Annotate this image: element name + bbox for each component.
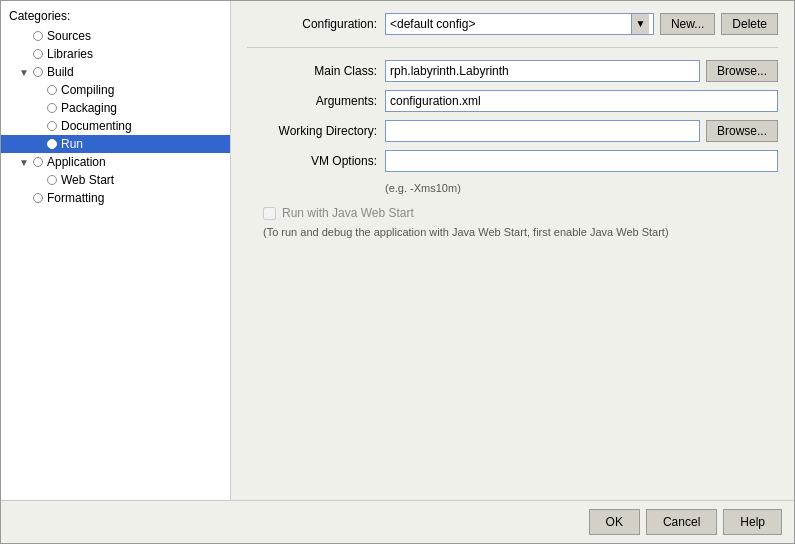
sidebar: Categories: Sources Libraries ▼ Build <box>1 1 231 500</box>
config-dropdown: <default config> ▼ <box>385 13 654 35</box>
working-directory-input[interactable] <box>385 120 700 142</box>
circle-build <box>33 67 43 77</box>
config-select-value: <default config> <box>390 17 475 31</box>
browse-working-dir-button[interactable]: Browse... <box>706 120 778 142</box>
expander-formatting <box>19 193 33 204</box>
main-class-input[interactable] <box>385 60 700 82</box>
delete-button[interactable]: Delete <box>721 13 778 35</box>
sidebar-item-application[interactable]: ▼ Application <box>1 153 230 171</box>
main-class-row: Main Class: Browse... <box>247 60 778 82</box>
categories-header: Categories: <box>1 5 230 27</box>
sidebar-item-packaging[interactable]: Packaging <box>1 99 230 117</box>
expander-application: ▼ <box>19 157 33 168</box>
expander-build: ▼ <box>19 67 33 78</box>
working-directory-label: Working Directory: <box>247 124 377 138</box>
circle-documenting <box>47 121 57 131</box>
dialog-footer: OK Cancel Help <box>1 500 794 543</box>
circle-libraries <box>33 49 43 59</box>
main-class-label: Main Class: <box>247 64 377 78</box>
sidebar-label-packaging: Packaging <box>61 101 117 115</box>
sidebar-item-documenting[interactable]: Documenting <box>1 117 230 135</box>
ok-button[interactable]: OK <box>589 509 640 535</box>
vm-options-input[interactable] <box>385 150 778 172</box>
circle-compiling <box>47 85 57 95</box>
expander-compiling <box>33 85 47 96</box>
circle-formatting <box>33 193 43 203</box>
expander-libraries <box>19 49 33 60</box>
main-panel: Configuration: <default config> ▼ New...… <box>231 1 794 500</box>
sidebar-label-application: Application <box>47 155 106 169</box>
sidebar-label-run: Run <box>61 137 83 151</box>
circle-run <box>47 139 57 149</box>
vm-options-label: VM Options: <box>247 154 377 168</box>
config-label: Configuration: <box>247 17 377 31</box>
new-button[interactable]: New... <box>660 13 715 35</box>
sidebar-item-libraries[interactable]: Libraries <box>1 45 230 63</box>
sidebar-label-formatting: Formatting <box>47 191 104 205</box>
java-webstart-checkbox[interactable] <box>263 207 276 220</box>
sidebar-label-compiling: Compiling <box>61 83 114 97</box>
circle-application <box>33 157 43 167</box>
java-webstart-checkbox-row: Run with Java Web Start <box>247 206 778 220</box>
circle-packaging <box>47 103 57 113</box>
sidebar-item-run[interactable]: Run <box>1 135 230 153</box>
project-properties-dialog: Categories: Sources Libraries ▼ Build <box>0 0 795 544</box>
sidebar-label-documenting: Documenting <box>61 119 132 133</box>
expander-webstart <box>33 175 47 186</box>
configuration-row: Configuration: <default config> ▼ New...… <box>247 13 778 48</box>
sidebar-label-sources: Sources <box>47 29 91 43</box>
config-select-arrow-icon[interactable]: ▼ <box>631 14 649 34</box>
arguments-row: Arguments: <box>247 90 778 112</box>
circle-sources <box>33 31 43 41</box>
webstart-note: (To run and debug the application with J… <box>263 226 778 238</box>
help-button[interactable]: Help <box>723 509 782 535</box>
sidebar-item-formatting[interactable]: Formatting <box>1 189 230 207</box>
circle-webstart <box>47 175 57 185</box>
cancel-button[interactable]: Cancel <box>646 509 717 535</box>
expander-packaging <box>33 103 47 114</box>
sidebar-item-sources[interactable]: Sources <box>1 27 230 45</box>
dialog-content: Categories: Sources Libraries ▼ Build <box>1 1 794 500</box>
config-select-field[interactable]: <default config> ▼ <box>385 13 654 35</box>
expander-run <box>33 139 47 150</box>
browse-main-class-button[interactable]: Browse... <box>706 60 778 82</box>
sidebar-item-build[interactable]: ▼ Build <box>1 63 230 81</box>
vm-hint: (e.g. -Xms10m) <box>385 182 778 194</box>
sidebar-label-build: Build <box>47 65 74 79</box>
sidebar-item-webstart[interactable]: Web Start <box>1 171 230 189</box>
sidebar-item-compiling[interactable]: Compiling <box>1 81 230 99</box>
sidebar-label-webstart: Web Start <box>61 173 114 187</box>
arguments-input[interactable] <box>385 90 778 112</box>
vm-options-row: VM Options: <box>247 150 778 172</box>
java-webstart-label: Run with Java Web Start <box>282 206 414 220</box>
working-directory-row: Working Directory: Browse... <box>247 120 778 142</box>
sidebar-label-libraries: Libraries <box>47 47 93 61</box>
arguments-label: Arguments: <box>247 94 377 108</box>
expander-sources <box>19 31 33 42</box>
expander-documenting <box>33 121 47 132</box>
